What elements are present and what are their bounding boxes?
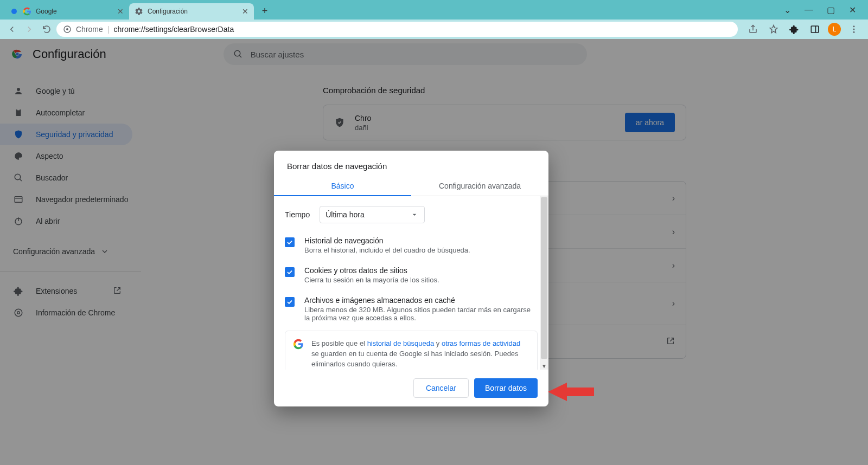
dialog-title: Borrar datos de navegación — [274, 151, 548, 176]
close-window-button[interactable]: ✕ — [844, 3, 860, 16]
dialog-scrollbar[interactable]: ▼ — [540, 196, 548, 370]
tab-label: Google — [36, 8, 57, 15]
svg-point-0 — [11, 9, 17, 14]
reload-button[interactable] — [39, 22, 54, 37]
window-controls: ⌄ — ▢ ✕ — [779, 3, 868, 20]
forward-button[interactable] — [22, 22, 37, 37]
sidepanel-icon[interactable] — [807, 22, 822, 37]
search-history-link[interactable]: historial de búsqueda — [367, 339, 435, 347]
svg-point-5 — [853, 25, 855, 27]
chevron-down-icon[interactable]: ⌄ — [779, 3, 795, 16]
minimize-button[interactable]: — — [801, 3, 817, 16]
time-range-value: Última hora — [326, 210, 365, 219]
gear-icon — [135, 7, 143, 16]
kebab-menu-icon[interactable] — [846, 22, 861, 37]
extensions-icon[interactable] — [787, 22, 802, 37]
checkbox-history[interactable] — [285, 237, 295, 247]
url-path: chrome://settings/clearBrowserData — [113, 25, 234, 34]
blue-dot-icon — [10, 7, 18, 16]
google-g-icon — [293, 339, 304, 370]
bookmark-icon[interactable] — [766, 22, 781, 37]
checkbox-cookies[interactable] — [285, 267, 295, 277]
svg-point-7 — [853, 31, 855, 33]
share-icon[interactable] — [745, 22, 761, 37]
close-icon[interactable]: ✕ — [117, 7, 124, 16]
close-icon[interactable]: ✕ — [242, 7, 248, 16]
dropdown-arrow-icon — [410, 210, 419, 219]
google-favicon-icon — [23, 7, 31, 16]
tab-settings[interactable]: Configuración ✕ — [129, 3, 254, 20]
time-range-select[interactable]: Última hora — [320, 206, 425, 223]
time-range-label: Tiempo — [285, 210, 310, 219]
address-bar[interactable]: Chrome | chrome://settings/clearBrowserD… — [56, 22, 738, 37]
tab-google[interactable]: Google ✕ — [4, 3, 129, 20]
scroll-down-icon[interactable]: ▼ — [540, 362, 548, 370]
maximize-button[interactable]: ▢ — [822, 3, 839, 16]
new-tab-button[interactable]: + — [257, 3, 272, 18]
svg-rect-3 — [811, 26, 819, 33]
clear-browsing-data-dialog: Borrar datos de navegación Básico Config… — [274, 151, 548, 406]
url-separator: | — [107, 25, 110, 34]
tabstrip: Google ✕ Configuración ✕ + ⌄ — ▢ ✕ — [0, 0, 868, 20]
google-account-info: Es posible que el historial de búsqueda … — [285, 331, 538, 370]
clear-data-button[interactable]: Borrar datos — [474, 378, 538, 398]
url-prefix: Chrome — [76, 25, 103, 34]
cancel-button[interactable]: Cancelar — [413, 378, 469, 398]
tab-advanced[interactable]: Configuración avanzada — [411, 176, 548, 196]
other-activity-link[interactable]: otras formas de actividad — [442, 339, 520, 347]
tab-label: Configuración — [148, 8, 188, 15]
security-icon — [63, 25, 72, 34]
checkbox-cache[interactable] — [285, 297, 295, 307]
profile-avatar[interactable]: L — [828, 23, 841, 36]
svg-point-6 — [853, 29, 855, 30]
scrollbar-thumb[interactable] — [541, 197, 547, 359]
back-button[interactable] — [4, 22, 20, 37]
svg-point-2 — [66, 28, 68, 30]
toolbar: Chrome | chrome://settings/clearBrowserD… — [0, 20, 868, 39]
tab-basic[interactable]: Básico — [274, 176, 411, 196]
